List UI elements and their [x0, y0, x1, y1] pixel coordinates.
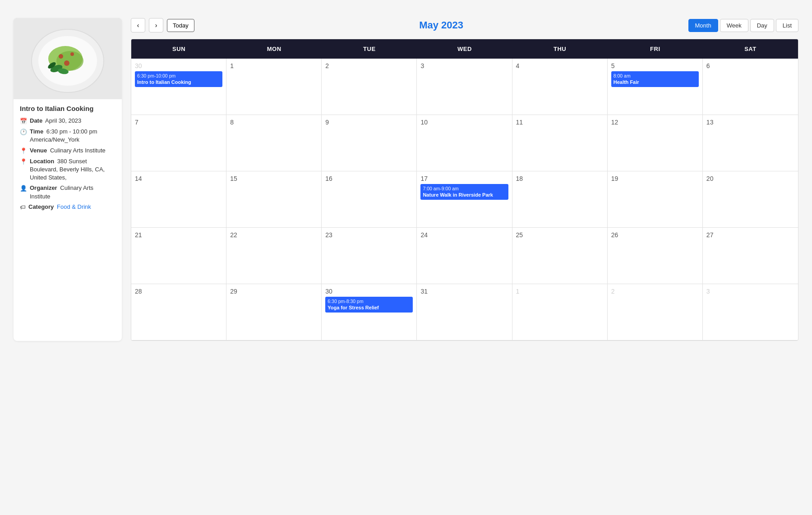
calendar-cell: 58:00 amHealth Fair: [608, 59, 703, 115]
event-time: 6:30 pm-8:30 pm: [328, 298, 411, 304]
header-mon: MON: [226, 39, 322, 59]
time-label: Time: [30, 128, 43, 135]
cell-date: 31: [420, 288, 508, 295]
cell-date: 20: [706, 175, 794, 182]
date-label: Date: [30, 117, 42, 124]
calendar-container: ‹ › Today May 2023 Month Week Day List S…: [131, 18, 798, 341]
calendar-cell: 20: [703, 171, 798, 228]
event-info: Intro to Italian Cooking 📅 Date April 30…: [14, 99, 122, 219]
cell-date: 1: [516, 288, 604, 295]
venue-value: Culinary Arts Institute: [50, 147, 106, 154]
header-tue: TUE: [322, 39, 417, 59]
calendar-cell: 11: [512, 115, 608, 171]
cell-date: 3: [706, 288, 794, 295]
calendar-header: SUN MON TUE WED THU FRI SAT: [131, 39, 798, 59]
cell-date: 5: [611, 62, 699, 69]
calendar-cell: 1: [512, 284, 608, 340]
calendar-cell: 3: [703, 284, 798, 340]
calendar-cell: 26: [608, 228, 703, 284]
event-name: Health Fair: [614, 79, 697, 86]
calendar-cell: 23: [322, 228, 417, 284]
calendar-cell: 4: [512, 59, 608, 115]
cell-date: 6: [706, 62, 794, 69]
svg-point-7: [64, 60, 69, 66]
organizer-icon: 👤: [20, 184, 27, 193]
location-icon: 📍: [20, 158, 27, 166]
event-time-row: 🕐 Time 6:30 pm - 10:00 pm America/New_Yo…: [20, 128, 115, 144]
event-category-row: 🏷 Category Food & Drink: [20, 203, 115, 212]
calendar-cell: 29: [226, 284, 322, 340]
location-label: Location: [30, 158, 54, 165]
cell-date: 28: [135, 288, 222, 295]
calendar-cell: 16: [322, 171, 417, 228]
calendar-body: 306:30 pm-10:00 pmIntro to Italian Cooki…: [131, 59, 798, 340]
cell-date: 30: [135, 62, 222, 69]
calendar-cell: 28: [131, 284, 226, 340]
calendar-cell: 15: [226, 171, 322, 228]
today-button[interactable]: Today: [167, 19, 194, 32]
venue-label: Venue: [30, 147, 47, 154]
cell-date: 24: [420, 231, 508, 239]
category-label: Category: [28, 203, 54, 210]
svg-point-6: [70, 52, 74, 56]
cell-date: 1: [230, 62, 318, 69]
cell-date: 8: [230, 119, 318, 126]
calendar-cell: 31: [417, 284, 512, 340]
calendar-cell: 306:30 pm-8:30 pmYoga for Stress Relief: [322, 284, 417, 340]
cell-date: 10: [420, 119, 508, 126]
calendar-cell: 22: [226, 228, 322, 284]
cell-date: 11: [516, 119, 604, 126]
event-image: [14, 18, 122, 99]
header-sat: SAT: [703, 39, 798, 59]
prev-button[interactable]: ‹: [131, 18, 145, 32]
calendar-event[interactable]: 8:00 amHealth Fair: [611, 71, 699, 87]
organizer-label: Organizer: [30, 184, 57, 191]
view-list-button[interactable]: List: [776, 19, 798, 32]
calendar-cell: 12: [608, 115, 703, 171]
calendar-event[interactable]: 6:30 pm-8:30 pmYoga for Stress Relief: [325, 297, 413, 313]
view-week-button[interactable]: Week: [720, 19, 748, 32]
cell-date: 23: [325, 231, 413, 239]
calendar-cell: 8: [226, 115, 322, 171]
cell-date: 29: [230, 288, 318, 295]
cell-date: 12: [611, 119, 699, 126]
calendar-cell: 7: [131, 115, 226, 171]
category-link[interactable]: Food & Drink: [57, 203, 91, 210]
date-value: April 30, 2023: [45, 117, 81, 124]
calendar-cell: 25: [512, 228, 608, 284]
calendar-cell: 21: [131, 228, 226, 284]
cell-date: 22: [230, 231, 318, 239]
calendar-cell: 18: [512, 171, 608, 228]
toolbar: ‹ › Today May 2023 Month Week Day List: [131, 18, 798, 32]
view-month-button[interactable]: Month: [688, 19, 718, 32]
cell-date: 26: [611, 231, 699, 239]
calendar-cell: 13: [703, 115, 798, 171]
svg-point-5: [59, 54, 63, 59]
view-day-button[interactable]: Day: [750, 19, 774, 32]
calendar-cell: 10: [417, 115, 512, 171]
header-sun: SUN: [131, 39, 226, 59]
header-thu: THU: [512, 39, 608, 59]
event-sidebar: Intro to Italian Cooking 📅 Date April 30…: [14, 18, 122, 341]
cell-date: 14: [135, 175, 222, 182]
category-icon: 🏷: [20, 203, 26, 212]
calendar-cell: 14: [131, 171, 226, 228]
cell-date: 19: [611, 175, 699, 182]
calendar-event[interactable]: 6:30 pm-10:00 pmIntro to Italian Cooking: [135, 71, 222, 87]
calendar-event[interactable]: 7:00 am-9:00 amNature Walk in Riverside …: [420, 184, 508, 200]
cell-date: 27: [706, 231, 794, 239]
event-name: Intro to Italian Cooking: [137, 79, 220, 86]
calendar-cell: 2: [608, 284, 703, 340]
calendar-cell: 2: [322, 59, 417, 115]
event-date-row: 📅 Date April 30, 2023: [20, 117, 115, 125]
calendar-icon: 📅: [20, 117, 27, 125]
clock-icon: 🕐: [20, 128, 27, 136]
calendar-cell: 24: [417, 228, 512, 284]
cell-date: 13: [706, 119, 794, 126]
next-button[interactable]: ›: [149, 18, 163, 32]
header-fri: FRI: [608, 39, 703, 59]
event-organizer-row: 👤 Organizer Culinary Arts Institute: [20, 184, 115, 200]
calendar-cell: 177:00 am-9:00 amNature Walk in Riversid…: [417, 171, 512, 228]
cell-date: 16: [325, 175, 413, 182]
header-wed: WED: [417, 39, 512, 59]
